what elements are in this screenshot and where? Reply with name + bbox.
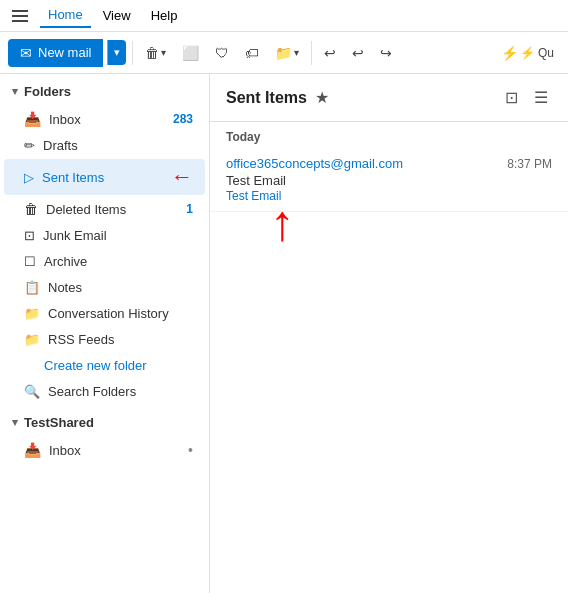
archive-button[interactable]: ⬜ (176, 41, 205, 65)
content-area: Sent Items ★ ⊡ ☰ Today office365concepts… (210, 74, 568, 593)
filter-button[interactable]: ☰ (530, 86, 552, 109)
search-folders-icon: 🔍 (24, 384, 40, 399)
inbox-label: Inbox (49, 112, 165, 127)
delete-button[interactable]: 🗑 ▾ (139, 41, 172, 65)
hamburger-menu[interactable] (8, 6, 32, 26)
testshared-chevron-icon: ▾ (12, 416, 18, 429)
toolbar: ✉ New mail ▾ 🗑 ▾ ⬜ 🛡 🏷 📁 ▾ ↩ ↩ ↪ ⚡ ⚡ Qu (0, 32, 568, 74)
sidebar-item-archive[interactable]: ☐ Archive (4, 249, 205, 274)
sidebar-item-conversation-history[interactable]: 📁 Conversation History (4, 301, 205, 326)
reply-all-icon: ↩ (352, 45, 364, 61)
mail-icon: ✉ (20, 45, 32, 61)
sidebar-item-notes[interactable]: 📋 Notes (4, 275, 205, 300)
email-time: 8:37 PM (507, 157, 552, 171)
notes-label: Notes (48, 280, 193, 295)
sent-items-icon: ▷ (24, 170, 34, 185)
undo-button[interactable]: ↩ (318, 41, 342, 65)
email-sender: office365concepts@gmail.com (226, 156, 403, 171)
quick-icon: ⚡ (501, 45, 518, 61)
sidebar-item-search-folders[interactable]: 🔍 Search Folders (4, 379, 205, 404)
archive-folder-icon: ☐ (24, 254, 36, 269)
shield-button[interactable]: 🛡 (209, 41, 235, 65)
rss-feeds-icon: 📁 (24, 332, 40, 347)
folder-dropdown-icon: ▾ (294, 47, 299, 58)
testshared-section-label: TestShared (24, 415, 94, 430)
archive-label: Archive (44, 254, 193, 269)
sidebar-item-testshared-inbox[interactable]: 📥 Inbox • (4, 437, 205, 463)
new-mail-label: New mail (38, 45, 91, 60)
deleted-items-icon: 🗑 (24, 201, 38, 217)
view-toggle-button[interactable]: ⊡ (501, 86, 522, 109)
toolbar-sep-2 (311, 41, 312, 65)
delete-dropdown-icon: ▾ (161, 47, 166, 58)
create-folder-link[interactable]: Create new folder (0, 353, 209, 378)
sidebar: ▾ Folders 📥 Inbox 283 ✏ Drafts ▷ Sent It… (0, 74, 210, 593)
email-row-top: office365concepts@gmail.com 8:37 PM (226, 156, 552, 171)
undo-icon: ↩ (324, 45, 336, 61)
menu-bar: Home View Help (0, 0, 568, 32)
testshared-inbox-label: Inbox (49, 443, 180, 458)
toolbar-sep-1 (132, 41, 133, 65)
deleted-items-count: 1 (186, 202, 193, 216)
folders-section-header[interactable]: ▾ Folders (0, 74, 209, 105)
sidebar-item-junk-email[interactable]: ⊡ Junk Email (4, 223, 205, 248)
sidebar-item-sent-items[interactable]: ▷ Sent Items ← (4, 159, 205, 195)
filter-icon: ☰ (534, 89, 548, 106)
main-container: ▾ Folders 📥 Inbox 283 ✏ Drafts ▷ Sent It… (0, 74, 568, 593)
sent-items-arrow-annotation: ← (171, 164, 193, 190)
sidebar-item-deleted-items[interactable]: 🗑 Deleted Items 1 (4, 196, 205, 222)
junk-email-label: Junk Email (43, 228, 193, 243)
menu-item-home[interactable]: Home (40, 3, 91, 28)
email-item[interactable]: office365concepts@gmail.com 8:37 PM Test… (210, 148, 568, 212)
header-actions: ⊡ ☰ (501, 86, 552, 109)
view-toggle-icon: ⊡ (505, 89, 518, 106)
delete-icon: 🗑 (145, 45, 159, 61)
folders-chevron-icon: ▾ (12, 85, 18, 98)
testshared-inbox-icon: 📥 (24, 442, 41, 458)
tag-icon: 🏷 (245, 45, 259, 61)
tag-button[interactable]: 🏷 (239, 41, 265, 65)
sent-items-label: Sent Items (42, 170, 157, 185)
new-mail-button[interactable]: ✉ New mail (8, 39, 103, 67)
sidebar-item-drafts[interactable]: ✏ Drafts (4, 133, 205, 158)
drafts-label: Drafts (43, 138, 193, 153)
folder-move-button[interactable]: 📁 ▾ (269, 41, 305, 65)
more-indicator: • (188, 442, 193, 458)
quick-steps-button[interactable]: ⚡ ⚡ Qu (495, 41, 560, 65)
redo-button[interactable]: ↪ (374, 41, 398, 65)
folder-move-icon: 📁 (275, 45, 292, 61)
archive-icon: ⬜ (182, 45, 199, 61)
menu-item-help[interactable]: Help (143, 4, 186, 27)
testshared-section-header[interactable]: ▾ TestShared (0, 405, 209, 436)
folders-section-label: Folders (24, 84, 71, 99)
content-header: Sent Items ★ ⊡ ☰ (210, 74, 568, 122)
conversation-history-label: Conversation History (48, 306, 193, 321)
conversation-history-icon: 📁 (24, 306, 40, 321)
redo-icon: ↪ (380, 45, 392, 61)
sidebar-item-inbox[interactable]: 📥 Inbox 283 (4, 106, 205, 132)
toolbar-right: ⚡ ⚡ Qu (495, 41, 560, 65)
deleted-items-label: Deleted Items (46, 202, 178, 217)
email-subject: Test Email (226, 173, 552, 188)
drafts-icon: ✏ (24, 138, 35, 153)
reply-all-button[interactable]: ↩ (346, 41, 370, 65)
new-mail-dropdown-button[interactable]: ▾ (107, 40, 126, 65)
content-title: Sent Items (226, 89, 307, 107)
date-section: Today (210, 122, 568, 148)
up-arrow-annotation: ↑ (270, 198, 295, 248)
sidebar-item-rss-feeds[interactable]: 📁 RSS Feeds (4, 327, 205, 352)
inbox-icon: 📥 (24, 111, 41, 127)
rss-feeds-label: RSS Feeds (48, 332, 193, 347)
shield-icon: 🛡 (215, 45, 229, 61)
menu-item-view[interactable]: View (95, 4, 139, 27)
notes-icon: 📋 (24, 280, 40, 295)
inbox-count: 283 (173, 112, 193, 126)
search-folders-label: Search Folders (48, 384, 193, 399)
junk-email-icon: ⊡ (24, 228, 35, 243)
star-icon[interactable]: ★ (315, 88, 329, 107)
